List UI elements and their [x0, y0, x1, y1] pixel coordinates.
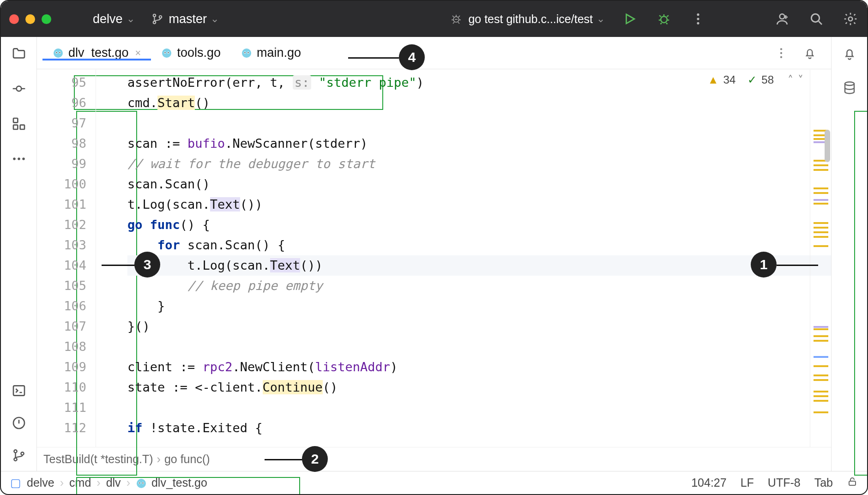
callout-3: 3 — [134, 252, 160, 278]
commit-tool-button[interactable] — [11, 80, 27, 97]
more-actions-button[interactable] — [690, 11, 706, 27]
code-line[interactable]: }() — [127, 316, 831, 337]
svg-point-26 — [56, 52, 57, 53]
svg-point-1 — [153, 21, 155, 24]
chevron-right-icon: › — [157, 453, 161, 466]
svg-point-45 — [139, 483, 140, 483]
code-with-me-button[interactable] — [774, 11, 790, 27]
run-config-label: go test github.c...ice/test — [468, 12, 593, 26]
debug-button[interactable] — [656, 11, 672, 27]
svg-point-4 — [661, 16, 667, 23]
right-tool-rail — [831, 37, 867, 471]
path-seg[interactable]: delve — [27, 476, 54, 489]
terminal-tool-button[interactable] — [11, 382, 27, 399]
close-tab-button[interactable]: × — [135, 47, 141, 59]
readonly-icon[interactable] — [847, 476, 858, 489]
project-selector[interactable]: delve ⌄ — [93, 12, 139, 26]
crumb-inner[interactable]: go func() — [164, 453, 210, 466]
svg-point-22 — [21, 452, 24, 455]
code-line[interactable]: t.Log(scan.Text()) — [127, 194, 831, 215]
more-tools-button[interactable] — [11, 151, 27, 167]
branch-icon — [151, 13, 163, 25]
minimize-window-button[interactable] — [25, 14, 35, 24]
crumb-fn[interactable]: TestBuild(t *testing.T) — [43, 453, 153, 466]
chevron-up-icon[interactable]: ˄ — [788, 73, 793, 86]
file-encoding[interactable]: UTF-8 — [768, 476, 801, 489]
code-line[interactable]: cmd.Start() — [127, 93, 831, 113]
database-tool-button[interactable] — [841, 79, 858, 96]
svg-point-46 — [142, 483, 143, 483]
zoom-window-button[interactable] — [42, 14, 51, 24]
project-tool-button[interactable] — [11, 45, 27, 62]
chevron-down-icon: ⌄ — [211, 13, 219, 25]
notifications-button[interactable] — [802, 45, 818, 61]
code-line[interactable]: client := rpc2.NewClient(listenAddr) — [127, 357, 831, 377]
code-line[interactable]: state := <-client.Continue() — [127, 377, 831, 398]
tab-main[interactable]: main.go — [231, 46, 311, 60]
breadcrumbs-bar[interactable]: TestBuild(t *testing.T) › go func() — [37, 447, 831, 471]
code-line[interactable]: go func() { — [127, 215, 831, 235]
nav-bar[interactable]: ▢ delve› cmd› dlv› dlv_test.go — [10, 476, 207, 489]
tab-tools[interactable]: tools.go — [151, 46, 231, 60]
svg-point-17 — [22, 157, 25, 160]
svg-rect-18 — [13, 386, 24, 395]
overview-ruler[interactable] — [810, 70, 831, 447]
svg-point-16 — [18, 157, 20, 160]
branch-name: master — [169, 12, 207, 26]
svg-rect-14 — [20, 125, 24, 129]
caret-position[interactable]: 104:27 — [691, 476, 726, 489]
close-window-button[interactable] — [9, 14, 19, 24]
svg-point-37 — [248, 52, 249, 53]
code-line[interactable] — [127, 398, 831, 418]
structure-tool-button[interactable] — [11, 115, 27, 132]
indent-setting[interactable]: Tab — [814, 476, 833, 489]
inspections-widget[interactable]: ▲ 34 ✓ 58 ˄ ˅ — [708, 73, 803, 86]
run-config-selector[interactable]: go test github.c...ice/test ⌄ — [451, 12, 609, 26]
code-line[interactable] — [127, 113, 831, 133]
callout-1: 1 — [751, 252, 777, 278]
svg-point-32 — [168, 52, 169, 53]
code-line[interactable]: t.Log(scan.Text()) — [127, 255, 831, 276]
svg-point-0 — [153, 14, 155, 17]
code-line[interactable]: for scan.Scan() { — [127, 235, 831, 255]
callout-line — [348, 57, 399, 59]
tab-dlv-test[interactable]: dlv_test.go × — [42, 46, 151, 60]
svg-point-15 — [13, 157, 16, 160]
callout-2: 2 — [302, 446, 328, 472]
settings-button[interactable] — [842, 11, 859, 27]
typo-icon: ✓ — [747, 73, 757, 86]
run-button[interactable] — [621, 11, 638, 27]
go-file-icon — [161, 48, 172, 59]
code-line[interactable] — [127, 337, 831, 357]
problems-tool-button[interactable] — [11, 415, 27, 431]
code-line[interactable]: // wait for the debugger to start — [127, 154, 831, 174]
chevron-down-icon[interactable]: ˅ — [798, 73, 803, 86]
line-number-gutter[interactable]: 9596979899100101102103104105106107108109… — [37, 70, 96, 447]
svg-point-31 — [165, 52, 166, 53]
branch-selector[interactable]: master ⌄ — [139, 12, 223, 26]
search-everywhere-button[interactable] — [808, 11, 825, 27]
module-icon: ▢ — [10, 476, 21, 489]
vcs-tool-button[interactable] — [11, 447, 27, 464]
code-line[interactable]: scan.Scan() — [127, 174, 831, 194]
notifications-tool-button[interactable] — [841, 45, 858, 62]
go-file-icon — [241, 48, 252, 59]
code-line[interactable]: } — [127, 296, 831, 316]
line-separator[interactable]: LF — [741, 476, 754, 489]
main-area: dlv_test.go × tools.go main.go — [1, 37, 867, 471]
svg-point-38 — [780, 48, 782, 50]
code-line[interactable]: // keep pipe empty — [127, 276, 831, 296]
tab-options-button[interactable] — [773, 45, 790, 61]
go-file-icon — [136, 478, 146, 488]
svg-point-5 — [697, 13, 699, 16]
bug-icon — [451, 13, 462, 24]
svg-point-9 — [811, 14, 819, 22]
path-seg[interactable]: dlv — [106, 476, 121, 489]
chevron-down-icon: ⌄ — [597, 13, 605, 25]
code-line[interactable]: if !state.Exited { — [127, 418, 831, 438]
path-seg[interactable]: cmd — [69, 476, 91, 489]
code-area[interactable]: assertNoError(err, t, s: "stderr pipe")c… — [96, 70, 831, 447]
path-seg[interactable]: dlv_test.go — [151, 476, 207, 489]
warning-count: 34 — [723, 73, 736, 86]
code-line[interactable]: scan := bufio.NewScanner(stderr) — [127, 133, 831, 154]
